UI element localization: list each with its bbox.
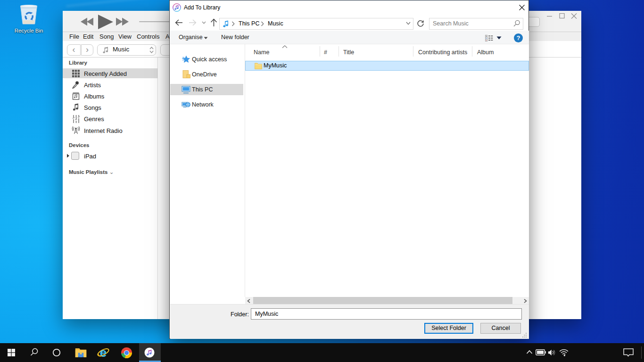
svg-text:e: e [100,346,107,359]
